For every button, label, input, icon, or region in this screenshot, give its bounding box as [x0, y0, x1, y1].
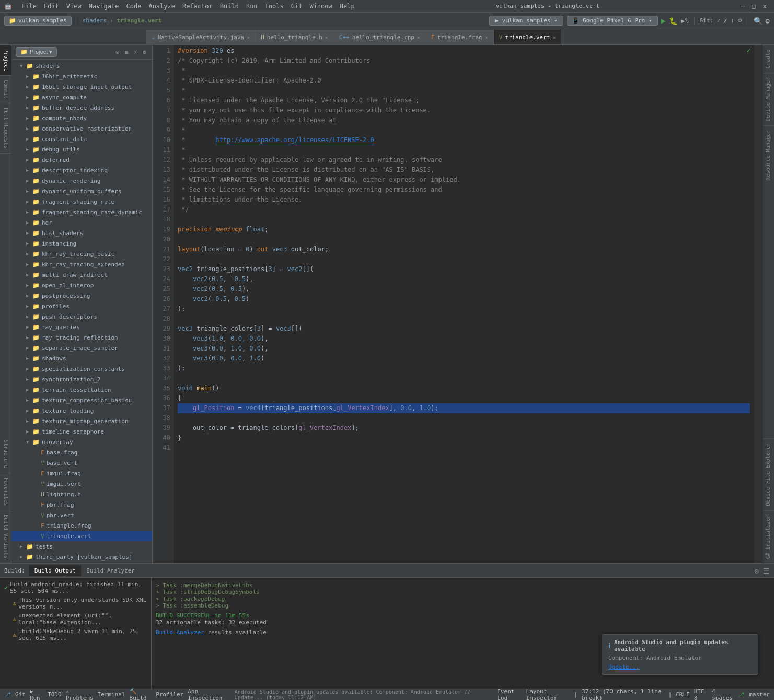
- status-git-label[interactable]: Git: [15, 691, 26, 698]
- menu-code[interactable]: Code: [123, 2, 145, 11]
- menu-run[interactable]: Run: [243, 2, 261, 11]
- tree-item-uioverlay[interactable]: ▼ 📁 uioverlay: [11, 437, 152, 447]
- tree-item-khr-ray-tracing-extended[interactable]: ▶ 📁 khr_ray_tracing_extended: [11, 259, 152, 270]
- panel-collapse-all[interactable]: ≡: [123, 48, 130, 56]
- code-content[interactable]: #version 320 es /* Copyright (c) 2019, A…: [174, 45, 754, 563]
- build-item-sdk-warn[interactable]: ⚠ This version only understands SDK XML …: [0, 596, 151, 611]
- tree-item-texture-mipmap-generation[interactable]: ▶ 📁 texture_mipmap_generation: [11, 416, 152, 426]
- status-git-icon[interactable]: ⎇: [4, 691, 11, 698]
- tree-item-multi-draw-indirect[interactable]: ▶ 📁 multi_draw_indirect: [11, 270, 152, 280]
- tree-item-dynamic-uniform-buffers[interactable]: ▶ 📁 dynamic_uniform_buffers: [11, 186, 152, 196]
- tree-item-16bit-arithmetic[interactable]: ▶ 📁 16bit_arithmetic: [11, 71, 152, 81]
- tree-item-hlsl-shaders[interactable]: ▶ 📁 hlsl_shaders: [11, 228, 152, 238]
- tree-item-16bit-storage[interactable]: ▶ 📁 16bit_storage_input_output: [11, 81, 152, 92]
- status-indent[interactable]: 4 spaces: [712, 688, 734, 701]
- tree-item-synchronization-2[interactable]: ▶ 📁 synchronization_2: [11, 374, 152, 384]
- build-item-cmake-debug[interactable]: ⚠ :buildCMakeDebug 2 warn 11 min, 25 sec…: [0, 627, 151, 643]
- tree-item-texture-compression-basisu[interactable]: ▶ 📁 texture_compression_basisu: [11, 395, 152, 405]
- tab-close-0[interactable]: ✕: [247, 34, 250, 40]
- tree-item-async-compute[interactable]: ▶ 📁 async_compute: [11, 92, 152, 102]
- tree-item-push-descriptors[interactable]: ▶ 📁 push_descriptors: [11, 311, 152, 322]
- status-event-log[interactable]: Event Log: [497, 688, 522, 701]
- window-maximize[interactable]: □: [749, 2, 759, 11]
- tree-item-specialization-constants[interactable]: ▶ 📁 specialization_constants: [11, 364, 152, 374]
- status-profiler-label[interactable]: Profiler: [156, 691, 183, 698]
- menu-build[interactable]: Build: [217, 2, 242, 11]
- tree-item-shadows[interactable]: ▶ 📁 shadows: [11, 353, 152, 364]
- menu-edit[interactable]: Edit: [41, 2, 62, 11]
- device-select[interactable]: 📱 Google Pixel 6 Pro ▾: [567, 16, 658, 26]
- tab-close-4[interactable]: ✕: [552, 34, 556, 40]
- tree-item-pbr-vert[interactable]: V pbr.vert: [11, 510, 152, 520]
- menu-refactor[interactable]: Refactor: [179, 2, 216, 11]
- tree-item-hdr[interactable]: ▶ 📁 hdr: [11, 217, 152, 228]
- tree-item-conservative-raster[interactable]: ▶ 📁 conservative_rasterization: [11, 123, 152, 134]
- tree-item-profiles[interactable]: ▶ 📁 profiles: [11, 301, 152, 311]
- left-vtab-build-variants[interactable]: Build Variants: [0, 510, 11, 563]
- tree-item-debug-utils[interactable]: ▶ 📁 debug_utils: [11, 144, 152, 155]
- tab-hello-triangle-cpp[interactable]: C++ hello_triangle.cpp ✕: [334, 30, 426, 44]
- status-problems-label[interactable]: ⚠ Problems: [66, 688, 94, 701]
- right-tab-resource-manager[interactable]: Resource Manager: [763, 125, 774, 184]
- status-branch[interactable]: master: [749, 691, 770, 698]
- right-tab-cs-initializer[interactable]: C# initializer: [763, 510, 774, 563]
- status-layout-inspector[interactable]: Layout Inspector: [526, 688, 570, 701]
- panel-scroll-to-source[interactable]: ⊙: [114, 48, 121, 56]
- tree-item-base-vert[interactable]: V base.vert: [11, 458, 152, 468]
- status-todo-label[interactable]: TODO: [48, 691, 62, 698]
- left-vtab-commit[interactable]: Commit: [0, 76, 11, 103]
- menu-analyze[interactable]: Analyze: [145, 2, 178, 11]
- tree-item-buffer-device-address[interactable]: ▶ 📁 buffer_device_address: [11, 102, 152, 113]
- status-app-inspection-label[interactable]: App Inspection: [188, 688, 226, 701]
- tree-item-tests[interactable]: ▶ 📁 tests: [11, 541, 152, 552]
- tree-item-instancing[interactable]: ▶ 📁 instancing: [11, 238, 152, 249]
- project-name-badge[interactable]: 📁 vulkan_samples: [4, 16, 72, 26]
- build-analyzer-tab[interactable]: Build Analyzer: [81, 565, 140, 576]
- tree-item-lighting-h[interactable]: H lighting.h: [11, 489, 152, 499]
- tree-item-open-cl-interop[interactable]: ▶ 📁 open_cl_interop: [11, 280, 152, 290]
- menu-navigate[interactable]: Navigate: [86, 2, 122, 11]
- menu-git[interactable]: Git: [288, 2, 306, 11]
- menu-view[interactable]: View: [63, 2, 85, 11]
- tree-item-ray-tracing-reflection[interactable]: ▶ 📁 ray_tracing_reflection: [11, 332, 152, 343]
- left-vtab-favorites[interactable]: Favorites: [0, 473, 11, 510]
- build-item-unexpected-element[interactable]: ⚠ unexpected element (uri:"", local:"bas…: [0, 611, 151, 627]
- tree-item-separate-image-sampler[interactable]: ▶ 📁 separate_image_sampler: [11, 343, 152, 353]
- bottom-list-icon[interactable]: ☰: [763, 567, 770, 575]
- panel-filter[interactable]: ⚡: [132, 48, 139, 56]
- tab-NativeSampleActivity[interactable]: ☕ NativeSampleActivity.java ✕: [146, 30, 256, 44]
- tab-hello-triangle-h[interactable]: H hello_triangle.h ✕: [256, 30, 334, 44]
- status-run-label[interactable]: ▶ Run: [30, 688, 43, 701]
- tree-item-postprocessing[interactable]: ▶ 📁 postprocessing: [11, 290, 152, 301]
- tab-close-2[interactable]: ✕: [417, 34, 420, 40]
- tree-item-shaders[interactable]: ▼ 📁 shaders: [11, 61, 152, 71]
- search-button[interactable]: 🔍: [754, 17, 763, 25]
- right-tab-device-file-explorer[interactable]: Device File Explorer: [763, 438, 774, 510]
- tree-item-fragment-shading-rate-dynamic[interactable]: ▶ 📁 fragment_shading_rate_dynamic: [11, 207, 152, 217]
- tree-item-deferred[interactable]: ▶ 📁 deferred: [11, 155, 152, 165]
- tree-item-imgui-frag[interactable]: F imgui.frag: [11, 468, 152, 479]
- breadcrumb-file[interactable]: triangle.vert: [117, 17, 161, 24]
- status-charset[interactable]: UTF-8: [694, 688, 708, 701]
- tree-item-imgui-vert[interactable]: V imgui.vert: [11, 479, 152, 489]
- run-button[interactable]: ▶: [661, 16, 666, 26]
- notification-update-link[interactable]: Update...: [608, 663, 752, 670]
- left-vtab-structure[interactable]: Structure: [0, 436, 11, 473]
- left-vtab-pull-requests[interactable]: Pull Requests: [0, 103, 11, 153]
- build-output-tab[interactable]: Build Output: [29, 565, 81, 576]
- tree-item-khr-ray-tracing-basic[interactable]: ▶ 📁 khr_ray_tracing_basic: [11, 249, 152, 259]
- menu-file[interactable]: File: [18, 2, 40, 11]
- tree-item-compute-nbody[interactable]: ▶ 📁 compute_nbody: [11, 113, 152, 123]
- right-tab-gradle[interactable]: Gradle: [763, 45, 774, 73]
- tree-item-third-party[interactable]: ▶ 📁 third_party [vulkan_samples]: [11, 552, 152, 562]
- run-config-select[interactable]: ▶ vulkan_samples ▾: [489, 16, 563, 26]
- tree-item-constant-data[interactable]: ▶ 📁 constant_data: [11, 134, 152, 144]
- tree-item-triangle-vert[interactable]: V triangle.vert: [11, 531, 152, 541]
- tree-item-timeline-semaphore[interactable]: ▶ 📁 timeline_semaphore: [11, 426, 152, 437]
- menu-help[interactable]: Help: [337, 2, 358, 11]
- tab-close-3[interactable]: ✕: [485, 34, 488, 40]
- status-terminal-label[interactable]: Terminal: [98, 691, 125, 698]
- right-tab-device-manager[interactable]: Device Manager: [763, 73, 774, 125]
- debug-button[interactable]: 🐛: [669, 17, 678, 25]
- project-view-selector[interactable]: 📁 Project ▾: [16, 47, 57, 57]
